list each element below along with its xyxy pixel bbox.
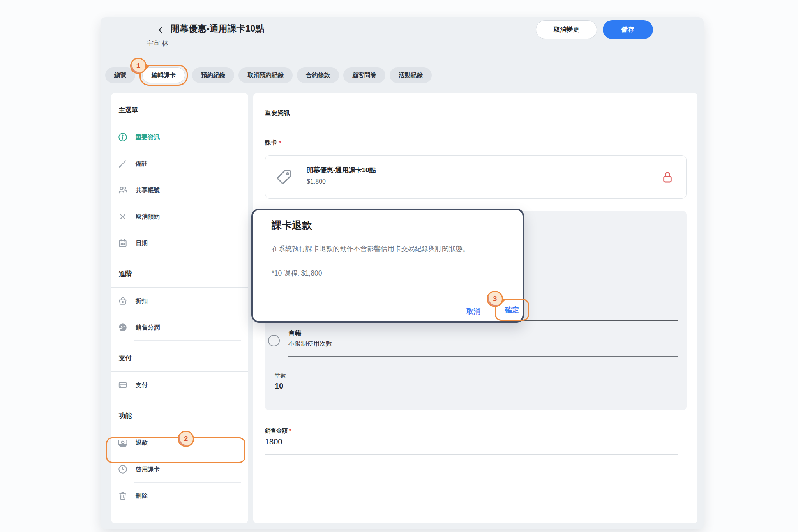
sidebar-item-label: 退款	[136, 439, 148, 447]
annotation-ring-step1: 1 編輯課卡	[139, 65, 188, 86]
membership-underline	[288, 356, 678, 357]
course-card-price: $1,800	[307, 178, 326, 185]
trash-icon	[117, 490, 128, 501]
app-window: 開幕優惠-通用課卡10點 宇宣 林 取消變更 儲存 總覽 1 編輯課卡 預約紀錄…	[101, 17, 704, 529]
sessions-input[interactable]: 10	[275, 382, 283, 391]
customer-name: 宇宣 林	[147, 39, 168, 48]
sidebar-item-sales-split[interactable]: 銷售分潤	[111, 314, 248, 341]
refund-dialog-title: 課卡退款	[272, 219, 312, 232]
sidebar-item-refund[interactable]: 退款	[111, 429, 248, 456]
sale-amount-underline	[265, 454, 678, 455]
tab-customer-survey[interactable]: 顧客問卷	[343, 67, 385, 83]
sidebar-item-cancel-booking[interactable]: 取消預約	[111, 203, 248, 230]
page-header: 開幕優惠-通用課卡10點 宇宣 林 取消變更 儲存	[101, 17, 704, 53]
tag-icon	[275, 168, 293, 187]
x-icon	[117, 211, 128, 222]
page: 開幕優惠-通用課卡10點 宇宣 林 取消變更 儲存 總覽 1 編輯課卡 預約紀錄…	[0, 0, 798, 532]
dialog-cancel-button[interactable]: 取消	[466, 307, 480, 316]
sidebar-item-label: 取消預約	[136, 213, 160, 221]
membership-option-subtitle: 不限制使用次數	[288, 340, 332, 348]
sale-amount-input[interactable]: 1800	[265, 437, 282, 446]
refund-dialog: 課卡退款 在系統執行課卡退款的動作不會影響信用卡交易紀錄與訂閱狀態。 *10 課…	[251, 209, 524, 323]
tab-edit-card[interactable]: 編輯課卡	[142, 67, 185, 83]
sidebar-item-label: 折扣	[136, 297, 148, 305]
tab-cancelled-bookings[interactable]: 取消預約紀錄	[238, 67, 293, 83]
tab-contract-terms[interactable]: 合約條款	[297, 67, 339, 83]
sidebar-section-payment: 支付	[111, 341, 248, 372]
sidebar-section-main-menu: 主選單	[111, 93, 248, 124]
tab-overview[interactable]: 總覽	[105, 67, 135, 83]
cancel-changes-button[interactable]: 取消變更	[536, 20, 597, 39]
refund-dialog-body: 在系統執行課卡退款的動作不會影響信用卡交易紀錄與訂閱狀態。	[272, 244, 509, 254]
sidebar-item-important-info[interactable]: 重要資訊	[111, 124, 248, 150]
sidebar-item-activate-card[interactable]: 啓用課卡	[111, 456, 248, 483]
sidebar-item-discount[interactable]: 折扣	[111, 288, 248, 314]
required-asterisk: *	[289, 428, 291, 434]
calendar-icon	[117, 238, 128, 249]
page-title: 開幕優惠-通用課卡10點	[171, 23, 264, 35]
sidebar-item-label: 銷售分潤	[136, 323, 160, 332]
sessions-underline	[270, 401, 678, 401]
lock-icon	[661, 170, 674, 186]
sidebar-item-shared-accounts[interactable]: 共享帳號	[111, 177, 248, 203]
dialog-confirm-button[interactable]: 確定	[505, 305, 519, 315]
annotation-step3: 3	[487, 291, 503, 307]
refund-dialog-detail: *10 課程: $1,800	[272, 269, 322, 278]
section-title: 重要資訊	[265, 109, 290, 117]
sessions-label: 堂數	[275, 372, 286, 380]
sidebar-item-label: 啓用課卡	[136, 465, 160, 474]
sidebar-item-label: 刪除	[136, 492, 148, 500]
membership-option-title: 會籍	[288, 329, 301, 338]
sidebar-item-payment[interactable]: 支付	[111, 372, 248, 398]
save-button[interactable]: 儲存	[603, 20, 653, 39]
info-icon	[117, 132, 128, 143]
course-card-title: 開幕優惠-通用課卡10點	[307, 166, 376, 175]
sidebar-item-label: 重要資訊	[136, 133, 160, 141]
banknote-icon	[117, 437, 128, 448]
course-card-box[interactable]: 開幕優惠-通用課卡10點 $1,800	[265, 155, 687, 199]
sidebar-section-advanced: 進階	[111, 256, 248, 288]
chevron-left-icon	[157, 26, 165, 34]
annotation-step1: 1	[130, 58, 147, 74]
sidebar-item-delete[interactable]: 刪除	[111, 483, 248, 509]
credit-card-icon	[117, 380, 128, 391]
tab-booking-records[interactable]: 預約紀錄	[192, 67, 234, 83]
sidebar-item-label: 支付	[136, 381, 148, 389]
back-button[interactable]	[154, 23, 168, 37]
sale-amount-label: 銷售金額*	[265, 427, 291, 435]
sidebar-item-notes[interactable]: 備註	[111, 150, 248, 177]
people-icon	[117, 185, 128, 196]
sidebar-item-label: 備註	[136, 160, 148, 168]
share-pie-icon	[117, 322, 128, 333]
pencil-icon	[117, 158, 128, 169]
required-asterisk: *	[279, 139, 281, 146]
tab-activity-log[interactable]: 活動紀錄	[390, 67, 432, 83]
course-card-field-label: 課卡*	[265, 139, 281, 147]
annotation-ring-step3: 3 確定	[495, 299, 529, 321]
membership-radio[interactable]	[268, 335, 280, 346]
sidebar-item-dates[interactable]: 日期	[111, 230, 248, 256]
clock-icon	[117, 464, 128, 475]
sidebar-section-functions: 功能	[111, 398, 248, 429]
sidebar-item-label: 日期	[136, 239, 148, 247]
tab-bar: 總覽 1 編輯課卡 預約紀錄 取消預約紀錄 合約條款 顧客問卷 活動紀錄	[105, 62, 432, 89]
sidebar-item-label: 共享帳號	[136, 186, 160, 194]
basket-icon	[117, 295, 128, 306]
sidebar: 主選單 重要資訊 備註 共享帳號	[111, 93, 248, 523]
